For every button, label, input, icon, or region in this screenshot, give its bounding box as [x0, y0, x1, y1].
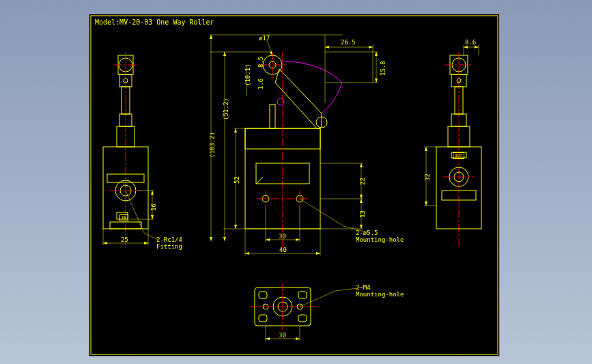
bottom-view [250, 283, 363, 341]
dim-8-5: 8.5 [257, 57, 264, 68]
svg-rect-91 [259, 292, 267, 298]
label-in: IN [119, 214, 128, 221]
svg-rect-93 [259, 315, 267, 322]
dim-103-2: (103.2) [209, 132, 216, 158]
dim-30: 30 [279, 233, 286, 240]
dim-1-6: 1.6 [257, 79, 264, 89]
svg-rect-30 [270, 104, 275, 128]
svg-line-102 [300, 291, 335, 307]
center-view [210, 35, 378, 255]
left-view [103, 52, 158, 247]
label-mounting-hole-1: 2-ø5.5 Mounting-hole [356, 229, 404, 243]
dim-16: 16 [150, 204, 157, 211]
dim-22: 22 [359, 178, 366, 185]
label-out: OUT [453, 152, 464, 159]
dim-26-5: 26.5 [341, 39, 356, 46]
svg-line-65 [300, 199, 343, 226]
dim-40: 40 [279, 247, 287, 253]
dim-13: 13 [359, 210, 366, 218]
dim-51-2: (51.2) [223, 98, 229, 120]
dim-15-8: 15.8 [380, 61, 386, 76]
drawing-svg [89, 14, 499, 356]
dim-dia17: ø17 [259, 35, 270, 42]
svg-rect-94 [298, 315, 307, 322]
right-view [424, 45, 481, 247]
dim-25: 25 [121, 236, 128, 243]
cad-drawing-canvas: Model:MV-20-03 One Way Roller [89, 14, 500, 356]
dim-52: 52 [234, 176, 240, 184]
svg-rect-104 [91, 16, 498, 354]
dim-10-1: (10.1) [244, 64, 251, 86]
svg-rect-92 [298, 292, 307, 298]
label-fitting: 2-Rc1/4 Fitting [156, 236, 182, 250]
dim-8-6: 8.6 [465, 39, 476, 46]
svg-line-23 [144, 233, 158, 240]
dim-32: 32 [424, 173, 431, 181]
label-mounting-hole-2: 2-M4 Mounting-hole [356, 284, 404, 298]
svg-line-22 [126, 191, 144, 233]
dim-30-bottom: 30 [279, 332, 286, 339]
